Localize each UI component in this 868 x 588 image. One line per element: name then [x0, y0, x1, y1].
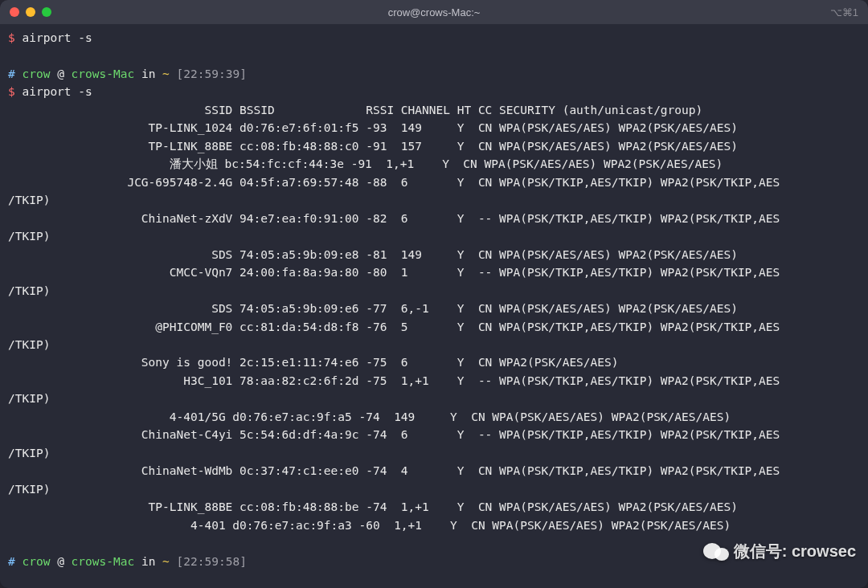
at-symbol: @: [57, 67, 64, 80]
table-row-wrap: /TKIP): [8, 227, 860, 245]
path: ~: [162, 555, 170, 568]
table-row-wrap: /TKIP): [8, 282, 860, 300]
maximize-icon[interactable]: [42, 7, 51, 17]
table-row: 4-401/5G d0:76:e7:ac:9f:a5 -74 149 Y CN …: [8, 408, 860, 426]
status-line: # crow @ crows-Mac in ~ [22:59:39]: [8, 65, 860, 83]
at-symbol: @: [57, 555, 64, 568]
username: crow: [22, 67, 50, 80]
table-row: SDS 74:05:a5:9b:09:e8 -81 149 Y CN WPA(P…: [8, 246, 860, 263]
watermark: 微信号: crowsec: [703, 539, 856, 564]
table-row: ChinaNet-zXdV 94:e7:ea:f0:91:00 -82 6 Y …: [8, 210, 860, 227]
watermark-text: 微信号: crowsec: [734, 539, 856, 564]
table-row: ChinaNet-WdMb 0c:37:47:c1:ee:e0 -74 4 Y …: [8, 462, 860, 480]
timestamp: [22:59:39]: [177, 67, 247, 80]
in-word: in: [141, 555, 155, 568]
in-word: in: [141, 67, 155, 80]
hash-symbol: #: [8, 67, 15, 80]
hash-symbol: #: [8, 555, 15, 568]
table-row-wrap: /TKIP): [8, 444, 860, 462]
username: crow: [22, 555, 50, 568]
table-row: @PHICOMM_F0 cc:81:da:54:d8:f8 -76 5 Y CN…: [8, 318, 860, 336]
table-row-wrap: /TKIP): [8, 336, 860, 353]
prompt-symbol: $: [8, 31, 15, 44]
path: ~: [162, 67, 170, 80]
titlebar[interactable]: crow@crows-Mac:~ ⌥⌘1: [0, 0, 868, 24]
prompt-symbol: $: [8, 85, 15, 98]
close-icon[interactable]: [10, 7, 19, 17]
table-row: ChinaNet-C4yi 5c:54:6d:df:4a:9c -74 6 Y …: [8, 426, 860, 443]
terminal-window: crow@crows-Mac:~ ⌥⌘1 $ airport -s # crow…: [0, 0, 868, 588]
table-row-wrap: /TKIP): [8, 480, 860, 498]
table-row: Sony is good! 2c:15:e1:11:74:e6 -75 6 Y …: [8, 353, 860, 371]
table-row: TP-LINK_1024 d0:76:e7:6f:01:f5 -93 149 Y…: [8, 119, 860, 137]
hostname: crows-Mac: [72, 555, 135, 568]
blank-line: [8, 47, 860, 64]
table-row: 潘大小姐 bc:54:fc:cf:44:3e -91 1,+1 Y CN WPA…: [8, 155, 860, 173]
table-row-wrap: /TKIP): [8, 191, 860, 209]
table-row: JCG-695748-2.4G 04:5f:a7:69:57:48 -88 6 …: [8, 174, 860, 191]
traffic-lights: [10, 7, 51, 17]
window-title: crow@crows-Mac:~: [388, 6, 481, 18]
hostname: crows-Mac: [72, 67, 135, 80]
table-row: H3C_101 78:aa:82:c2:6f:2d -75 1,+1 Y -- …: [8, 372, 860, 390]
terminal-body[interactable]: $ airport -s # crow @ crows-Mac in ~ [22…: [0, 24, 868, 588]
command-text: airport -s: [22, 31, 92, 44]
prompt-line: $ airport -s: [8, 83, 860, 100]
table-header: SSID BSSID RSSI CHANNEL HT CC SECURITY (…: [8, 101, 860, 119]
wechat-icon: [703, 543, 729, 561]
table-row-wrap: /TKIP): [8, 390, 860, 407]
prompt-line: $ airport -s: [8, 29, 860, 47]
window-shortcut: ⌥⌘1: [830, 6, 858, 18]
table-row: SDS 74:05:a5:9b:09:e6 -77 6,-1 Y CN WPA(…: [8, 300, 860, 317]
command-text: airport -s: [22, 85, 92, 98]
table-row: CMCC-VQn7 24:00:fa:8a:9a:80 -80 1 Y -- W…: [8, 263, 860, 281]
table-row: 4-401 d0:76:e7:ac:9f:a3 -60 1,+1 Y CN WP…: [8, 517, 860, 534]
table-row: TP-LINK_88BE cc:08:fb:48:88:c0 -91 157 Y…: [8, 137, 860, 155]
minimize-icon[interactable]: [26, 7, 35, 17]
timestamp: [22:59:58]: [177, 555, 247, 568]
table-row: TP-LINK_88BE cc:08:fb:48:88:be -74 1,+1 …: [8, 498, 860, 516]
